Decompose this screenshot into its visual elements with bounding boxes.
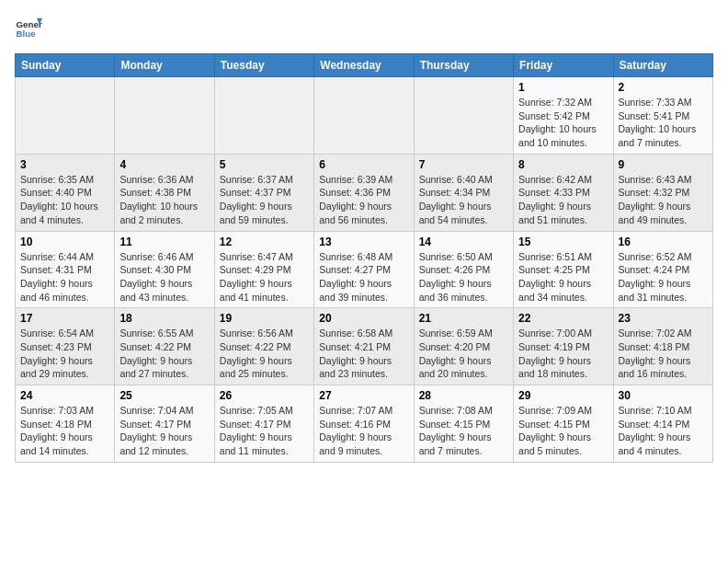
header-day-tuesday: Tuesday <box>214 54 313 77</box>
logo: General Blue <box>15 15 42 42</box>
calendar-table: SundayMondayTuesdayWednesdayThursdayFrid… <box>15 53 713 463</box>
calendar-cell: 26Sunrise: 7:05 AM Sunset: 4:17 PM Dayli… <box>214 385 313 463</box>
header-day-friday: Friday <box>514 54 613 77</box>
header-row: SundayMondayTuesdayWednesdayThursdayFrid… <box>16 54 713 77</box>
day-info: Sunrise: 6:52 AM Sunset: 4:24 PM Dayligh… <box>619 250 708 304</box>
calendar-cell: 20Sunrise: 6:58 AM Sunset: 4:21 PM Dayli… <box>314 308 414 385</box>
header-day-sunday: Sunday <box>16 54 115 77</box>
day-number: 28 <box>419 389 508 402</box>
calendar-cell: 24Sunrise: 7:03 AM Sunset: 4:18 PM Dayli… <box>16 385 115 463</box>
calendar-cell: 2Sunrise: 7:33 AM Sunset: 5:41 PM Daylig… <box>613 77 712 155</box>
day-number: 24 <box>20 389 109 402</box>
calendar-cell: 7Sunrise: 6:40 AM Sunset: 4:34 PM Daylig… <box>414 154 513 231</box>
header-day-saturday: Saturday <box>613 54 712 77</box>
calendar-cell <box>115 77 214 155</box>
calendar-cell: 8Sunrise: 6:42 AM Sunset: 4:33 PM Daylig… <box>514 154 613 231</box>
day-number: 2 <box>619 81 708 94</box>
day-number: 10 <box>20 236 109 248</box>
calendar-cell <box>414 77 513 155</box>
week-row-5: 24Sunrise: 7:03 AM Sunset: 4:18 PM Dayli… <box>16 385 713 463</box>
day-info: Sunrise: 6:36 AM Sunset: 4:38 PM Dayligh… <box>119 173 209 227</box>
day-number: 11 <box>119 236 209 248</box>
calendar-cell: 18Sunrise: 6:55 AM Sunset: 4:22 PM Dayli… <box>115 308 214 385</box>
calendar-cell: 19Sunrise: 6:56 AM Sunset: 4:22 PM Dayli… <box>214 308 313 385</box>
day-number: 1 <box>518 81 608 94</box>
calendar-cell: 23Sunrise: 7:02 AM Sunset: 4:18 PM Dayli… <box>613 308 712 385</box>
calendar-cell: 11Sunrise: 6:46 AM Sunset: 4:30 PM Dayli… <box>115 231 214 308</box>
day-info: Sunrise: 7:02 AM Sunset: 4:18 PM Dayligh… <box>619 327 708 381</box>
calendar-cell: 27Sunrise: 7:07 AM Sunset: 4:16 PM Dayli… <box>314 385 414 463</box>
day-number: 12 <box>220 236 309 248</box>
calendar-cell <box>314 77 414 155</box>
day-number: 6 <box>319 158 408 171</box>
calendar-cell: 21Sunrise: 6:59 AM Sunset: 4:20 PM Dayli… <box>414 308 513 385</box>
header-day-monday: Monday <box>115 54 214 77</box>
logo-icon: General Blue <box>15 15 42 42</box>
day-info: Sunrise: 7:05 AM Sunset: 4:17 PM Dayligh… <box>220 404 309 458</box>
calendar-cell: 29Sunrise: 7:09 AM Sunset: 4:15 PM Dayli… <box>514 385 613 463</box>
calendar-cell: 28Sunrise: 7:08 AM Sunset: 4:15 PM Dayli… <box>414 385 513 463</box>
day-info: Sunrise: 6:37 AM Sunset: 4:37 PM Dayligh… <box>220 173 309 227</box>
day-info: Sunrise: 6:44 AM Sunset: 4:31 PM Dayligh… <box>20 250 109 304</box>
day-info: Sunrise: 6:35 AM Sunset: 4:40 PM Dayligh… <box>20 173 109 227</box>
day-number: 29 <box>518 389 608 402</box>
calendar-cell: 3Sunrise: 6:35 AM Sunset: 4:40 PM Daylig… <box>16 154 115 231</box>
calendar-cell <box>214 77 313 155</box>
calendar-cell: 1Sunrise: 7:32 AM Sunset: 5:42 PM Daylig… <box>514 77 613 155</box>
day-info: Sunrise: 6:40 AM Sunset: 4:34 PM Dayligh… <box>419 173 508 227</box>
day-number: 3 <box>20 158 109 171</box>
calendar-cell: 15Sunrise: 6:51 AM Sunset: 4:25 PM Dayli… <box>514 231 613 308</box>
day-info: Sunrise: 6:50 AM Sunset: 4:26 PM Dayligh… <box>419 250 508 304</box>
day-info: Sunrise: 7:07 AM Sunset: 4:16 PM Dayligh… <box>319 404 408 458</box>
day-number: 19 <box>220 312 309 325</box>
day-info: Sunrise: 6:51 AM Sunset: 4:25 PM Dayligh… <box>518 250 608 304</box>
day-number: 20 <box>319 312 408 325</box>
day-number: 21 <box>419 312 508 325</box>
day-info: Sunrise: 7:33 AM Sunset: 5:41 PM Dayligh… <box>619 96 708 150</box>
day-number: 30 <box>619 389 708 402</box>
week-row-4: 17Sunrise: 6:54 AM Sunset: 4:23 PM Dayli… <box>16 308 713 385</box>
calendar-cell: 14Sunrise: 6:50 AM Sunset: 4:26 PM Dayli… <box>414 231 513 308</box>
day-number: 9 <box>619 158 708 171</box>
day-info: Sunrise: 6:59 AM Sunset: 4:20 PM Dayligh… <box>419 327 508 381</box>
day-info: Sunrise: 7:03 AM Sunset: 4:18 PM Dayligh… <box>20 404 109 458</box>
calendar-cell: 25Sunrise: 7:04 AM Sunset: 4:17 PM Dayli… <box>115 385 214 463</box>
day-info: Sunrise: 6:47 AM Sunset: 4:29 PM Dayligh… <box>220 250 309 304</box>
day-info: Sunrise: 6:48 AM Sunset: 4:27 PM Dayligh… <box>319 250 408 304</box>
day-info: Sunrise: 6:42 AM Sunset: 4:33 PM Dayligh… <box>518 173 608 227</box>
day-info: Sunrise: 6:55 AM Sunset: 4:22 PM Dayligh… <box>119 327 209 381</box>
day-number: 15 <box>518 236 608 248</box>
day-info: Sunrise: 7:09 AM Sunset: 4:15 PM Dayligh… <box>518 404 608 458</box>
day-number: 17 <box>20 312 109 325</box>
day-number: 16 <box>619 236 708 248</box>
day-number: 13 <box>319 236 408 248</box>
day-info: Sunrise: 6:58 AM Sunset: 4:21 PM Dayligh… <box>319 327 408 381</box>
calendar-cell: 13Sunrise: 6:48 AM Sunset: 4:27 PM Dayli… <box>314 231 414 308</box>
day-number: 5 <box>220 158 309 171</box>
day-info: Sunrise: 7:08 AM Sunset: 4:15 PM Dayligh… <box>419 404 508 458</box>
calendar-cell: 4Sunrise: 6:36 AM Sunset: 4:38 PM Daylig… <box>115 154 214 231</box>
day-info: Sunrise: 7:32 AM Sunset: 5:42 PM Dayligh… <box>518 96 608 150</box>
day-number: 26 <box>220 389 309 402</box>
day-number: 22 <box>518 312 608 325</box>
day-info: Sunrise: 6:54 AM Sunset: 4:23 PM Dayligh… <box>20 327 109 381</box>
day-number: 18 <box>119 312 209 325</box>
week-row-3: 10Sunrise: 6:44 AM Sunset: 4:31 PM Dayli… <box>16 231 713 308</box>
calendar-cell: 12Sunrise: 6:47 AM Sunset: 4:29 PM Dayli… <box>214 231 313 308</box>
day-info: Sunrise: 7:00 AM Sunset: 4:19 PM Dayligh… <box>518 327 608 381</box>
calendar-cell: 30Sunrise: 7:10 AM Sunset: 4:14 PM Dayli… <box>613 385 712 463</box>
day-info: Sunrise: 6:39 AM Sunset: 4:36 PM Dayligh… <box>319 173 408 227</box>
week-row-2: 3Sunrise: 6:35 AM Sunset: 4:40 PM Daylig… <box>16 154 713 231</box>
calendar-cell: 22Sunrise: 7:00 AM Sunset: 4:19 PM Dayli… <box>514 308 613 385</box>
calendar-cell: 16Sunrise: 6:52 AM Sunset: 4:24 PM Dayli… <box>613 231 712 308</box>
day-info: Sunrise: 7:04 AM Sunset: 4:17 PM Dayligh… <box>119 404 209 458</box>
header-day-thursday: Thursday <box>414 54 513 77</box>
calendar-cell: 9Sunrise: 6:43 AM Sunset: 4:32 PM Daylig… <box>613 154 712 231</box>
day-info: Sunrise: 6:56 AM Sunset: 4:22 PM Dayligh… <box>220 327 309 381</box>
calendar-cell: 17Sunrise: 6:54 AM Sunset: 4:23 PM Dayli… <box>16 308 115 385</box>
calendar-cell: 5Sunrise: 6:37 AM Sunset: 4:37 PM Daylig… <box>214 154 313 231</box>
header: General Blue <box>15 15 713 42</box>
calendar-cell: 10Sunrise: 6:44 AM Sunset: 4:31 PM Dayli… <box>16 231 115 308</box>
calendar-cell: 6Sunrise: 6:39 AM Sunset: 4:36 PM Daylig… <box>314 154 414 231</box>
day-number: 27 <box>319 389 408 402</box>
